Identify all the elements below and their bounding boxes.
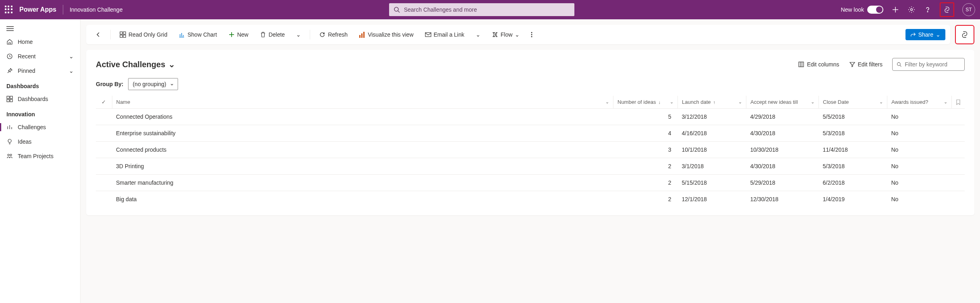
view-card: Active Challenges ⌄ Edit columns Edit fi… (86, 50, 974, 215)
cell-name: Connected products (112, 142, 613, 158)
search-input[interactable] (404, 6, 570, 13)
sidebar-item-home[interactable]: Home (0, 35, 80, 49)
svg-point-27 (531, 32, 532, 33)
refresh-icon (319, 31, 325, 38)
new-look-toggle[interactable] (867, 6, 883, 14)
share-button[interactable]: Share ⌄ (905, 29, 945, 40)
refresh-button[interactable]: Refresh (315, 29, 352, 40)
cell-ideas: 2 (613, 175, 678, 191)
cell-close: 5/5/2018 (819, 109, 887, 125)
edit-filters-button[interactable]: Edit filters (849, 61, 883, 68)
filter-input[interactable] (905, 61, 960, 68)
new-button[interactable]: New (224, 29, 253, 40)
keyword-filter[interactable] (892, 58, 965, 71)
visualize-button[interactable]: Visualize this view (355, 29, 417, 40)
cell-ideas: 3 (613, 142, 678, 158)
column-header-close[interactable]: Close Date ⌄ (819, 96, 887, 109)
product-brand: Power Apps (19, 6, 56, 13)
flow-button[interactable]: Flow ⌄ (488, 29, 524, 40)
ideas-icon (6, 138, 13, 145)
table-row[interactable]: 3D Printing23/1/20184/30/20185/3/2018No (96, 158, 965, 175)
cmd-label: Delete (269, 31, 285, 38)
cell-accept: 4/29/2018 (746, 109, 819, 125)
column-header-ideas[interactable]: Number of ideas ↓ ⌄ (613, 96, 678, 109)
add-icon[interactable] (891, 6, 899, 14)
overflow-button[interactable] (527, 29, 537, 40)
show-chart-button[interactable]: Show Chart (174, 29, 221, 40)
sidebar-item-ideas[interactable]: Ideas (0, 134, 80, 149)
sidebar-item-label: Dashboards (18, 96, 48, 102)
cmd-label: Flow (501, 31, 513, 38)
view-selector[interactable]: Active Challenges ⌄ (96, 60, 175, 69)
group-by-select[interactable]: (no grouping) (128, 78, 178, 90)
column-header-name[interactable]: Name ⌄ (112, 96, 613, 109)
sidebar-section-dashboards: Dashboards (0, 78, 80, 92)
cell-awards: No (887, 142, 952, 158)
table-row[interactable]: Smarter manufacturing25/15/20185/29/2018… (96, 175, 965, 191)
sort-desc-icon: ↓ (658, 100, 661, 105)
edit-columns-button[interactable]: Edit columns (798, 61, 839, 68)
flow-icon (492, 31, 498, 38)
sidebar-item-recent[interactable]: Recent ⌄ (0, 49, 80, 64)
column-bookmark[interactable] (952, 96, 965, 109)
sidebar-item-pinned[interactable]: Pinned ⌄ (0, 64, 80, 78)
delete-dropdown[interactable]: ⌄ (292, 29, 305, 40)
powerbi-icon (359, 31, 365, 38)
svg-point-29 (531, 36, 532, 37)
group-by-label: Group By: (96, 81, 123, 87)
recent-icon (6, 53, 13, 60)
new-look-label: New look (841, 6, 864, 13)
table-row[interactable]: Big data212/1/201812/30/20181/4/2019No (96, 191, 965, 208)
cell-name: 3D Printing (112, 158, 613, 175)
sidebar-collapse-button[interactable] (0, 23, 80, 35)
sidebar-item-team-projects[interactable]: Team Projects (0, 149, 80, 163)
cell-accept: 12/30/2018 (746, 191, 819, 208)
sidebar-item-label: Pinned (18, 68, 35, 74)
cell-launch: 4/16/2018 (678, 125, 746, 142)
svg-line-1 (398, 11, 400, 12)
read-only-grid-button[interactable]: Read Only Grid (116, 29, 171, 40)
table-row[interactable]: Connected products310/1/201810/30/201811… (96, 142, 965, 158)
sort-asc-icon: ↑ (713, 100, 716, 105)
chart-icon (178, 31, 185, 38)
svg-rect-17 (120, 32, 122, 34)
cell-name: Smarter manufacturing (112, 175, 613, 191)
user-avatar[interactable]: ST (962, 3, 975, 16)
copilot-panel-button[interactable] (955, 25, 974, 44)
sidebar-item-challenges[interactable]: Challenges (0, 120, 80, 134)
chevron-down-icon: ⌄ (69, 68, 74, 74)
email-link-dropdown[interactable]: ⌄ (472, 29, 485, 40)
cell-accept: 4/30/2018 (746, 158, 819, 175)
cell-ideas: 4 (613, 125, 678, 142)
cell-close: 1/4/2019 (819, 191, 887, 208)
pinned-icon (6, 68, 13, 74)
column-header-launch[interactable]: Launch date ↑ ⌄ (678, 96, 746, 109)
cell-launch: 3/12/2018 (678, 109, 746, 125)
svg-rect-18 (123, 32, 126, 34)
app-launcher-icon[interactable] (5, 6, 13, 14)
sidebar-item-dashboards[interactable]: Dashboards (0, 92, 80, 106)
cell-ideas: 2 (613, 158, 678, 175)
separator (310, 30, 310, 39)
table-row[interactable]: Enterprise sustainability44/16/20184/30/… (96, 125, 965, 142)
team-icon (6, 153, 13, 159)
column-header-awards[interactable]: Awards issued? ⌄ (887, 96, 952, 109)
back-button[interactable] (91, 29, 106, 40)
cell-close: 5/3/2018 (819, 125, 887, 142)
home-icon (6, 39, 13, 45)
cell-launch: 10/1/2018 (678, 142, 746, 158)
svg-rect-20 (123, 35, 126, 37)
chevron-down-icon: ⌄ (605, 99, 609, 105)
help-icon[interactable] (924, 6, 932, 14)
table-row[interactable]: Connected Operations53/12/20184/29/20185… (96, 109, 965, 125)
column-header-accept[interactable]: Accept new ideas till ⌄ (746, 96, 819, 109)
copilot-header-button[interactable] (940, 2, 954, 17)
email-link-button[interactable]: Email a Link (421, 29, 468, 40)
settings-icon[interactable] (907, 6, 916, 14)
delete-button[interactable]: Delete (256, 29, 289, 40)
sidebar: Home Recent ⌄ Pinned ⌄ Dashboards Dashbo… (0, 19, 81, 303)
global-search[interactable] (389, 3, 574, 16)
select-all-column[interactable]: ✓ (96, 96, 112, 109)
svg-rect-23 (359, 35, 361, 38)
cell-accept: 5/29/2018 (746, 175, 819, 191)
